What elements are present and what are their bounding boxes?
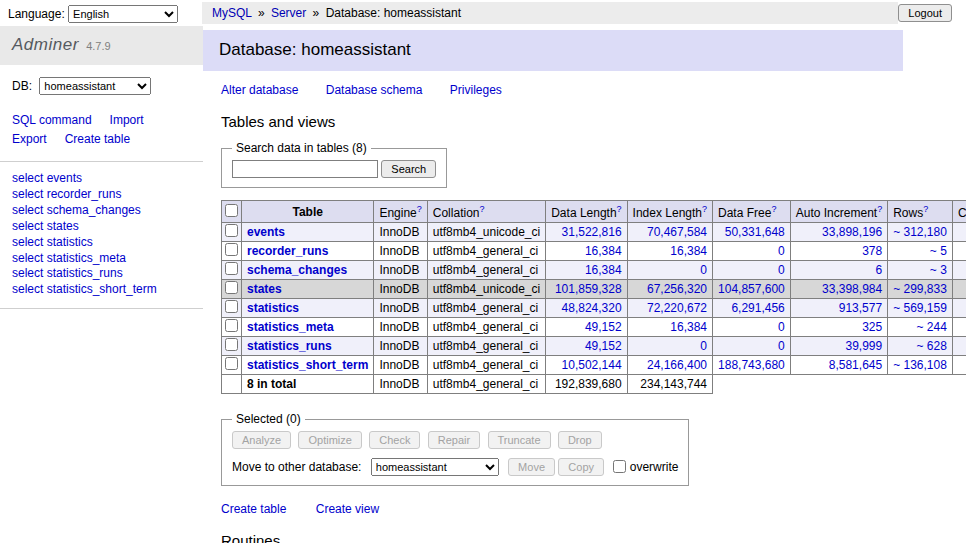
data-length-link[interactable]: 10,502,144 xyxy=(562,358,622,372)
check-button[interactable]: Check xyxy=(369,431,420,449)
sidebar-item-select-events[interactable]: select events xyxy=(12,171,191,187)
copy-button[interactable]: Copy xyxy=(558,458,604,476)
data-free-link[interactable]: 0 xyxy=(778,263,785,277)
create-view-link[interactable]: Create view xyxy=(316,502,379,516)
row-checkbox[interactable] xyxy=(225,224,238,237)
sidebar-link-create-table[interactable]: Create table xyxy=(65,132,130,146)
data-free-link[interactable]: 104,857,600 xyxy=(718,282,785,296)
alter-database-link[interactable]: Alter database xyxy=(221,83,298,97)
sidebar-item-select-statistics-runs[interactable]: select statistics_runs xyxy=(12,266,191,282)
sidebar-item-select-statistics[interactable]: select statistics xyxy=(12,235,191,251)
data-length-link[interactable]: 49,152 xyxy=(585,339,622,353)
auto-increment-link[interactable]: 8,581,645 xyxy=(829,358,882,372)
overwrite-checkbox[interactable] xyxy=(613,460,626,473)
drop-button[interactable]: Drop xyxy=(558,431,602,449)
rows-link[interactable]: ~ 628 xyxy=(917,339,947,353)
help-link[interactable]: ? xyxy=(702,204,707,214)
table-name-link[interactable]: statistics_short_term xyxy=(247,358,368,372)
repair-button[interactable]: Repair xyxy=(428,431,480,449)
rows-link[interactable]: ~ 569,159 xyxy=(893,301,947,315)
data-length-link[interactable]: 31,522,816 xyxy=(562,225,622,239)
data-free-link[interactable]: 0 xyxy=(778,339,785,353)
sidebar-item-select-schema-changes[interactable]: select schema_changes xyxy=(12,203,191,219)
data-length-link[interactable]: 16,384 xyxy=(585,263,622,277)
search-input[interactable] xyxy=(232,160,378,178)
move-button[interactable]: Move xyxy=(508,458,555,476)
search-button[interactable]: Search xyxy=(381,160,436,178)
sidebar-item-select-recorder-runs[interactable]: select recorder_runs xyxy=(12,187,191,203)
help-link[interactable]: ? xyxy=(617,204,622,214)
rows-link[interactable]: ~ 312,180 xyxy=(893,225,947,239)
index-length-link[interactable]: 16,384 xyxy=(670,244,707,258)
analyze-button[interactable]: Analyze xyxy=(232,431,291,449)
data-free-link[interactable]: 50,331,648 xyxy=(725,225,785,239)
table-name-link[interactable]: statistics xyxy=(247,301,299,315)
index-length-link[interactable]: 67,256,320 xyxy=(647,282,707,296)
sidebar-link-sql-command[interactable]: SQL command xyxy=(12,113,92,127)
sidebar-item-select-statistics-short-term[interactable]: select statistics_short_term xyxy=(12,282,191,298)
index-length-link[interactable]: 0 xyxy=(700,339,707,353)
database-schema-link[interactable]: Database schema xyxy=(326,83,423,97)
overwrite-label[interactable]: overwrite xyxy=(613,460,678,474)
truncate-button[interactable]: Truncate xyxy=(488,431,551,449)
table-name-link[interactable]: statistics_runs xyxy=(247,339,332,353)
move-database-select[interactable]: homeassistant xyxy=(371,458,499,476)
auto-increment-link[interactable]: 913,577 xyxy=(839,301,882,315)
index-length-link[interactable]: 70,467,584 xyxy=(647,225,707,239)
sidebar-link-export[interactable]: Export xyxy=(12,132,47,146)
data-free-link[interactable]: 6,291,456 xyxy=(731,301,784,315)
row-checkbox[interactable] xyxy=(225,300,238,313)
data-free-link[interactable]: 0 xyxy=(778,244,785,258)
row-checkbox[interactable] xyxy=(225,319,238,332)
rows-link[interactable]: ~ 299,833 xyxy=(893,282,947,296)
data-length-link[interactable]: 49,152 xyxy=(585,320,622,334)
index-length-link[interactable]: 24,166,400 xyxy=(647,358,707,372)
index-length-link[interactable]: 0 xyxy=(700,263,707,277)
sidebar-item-select-states[interactable]: select states xyxy=(12,219,191,235)
optimize-button[interactable]: Optimize xyxy=(298,431,361,449)
auto-increment-link[interactable]: 325 xyxy=(862,320,882,334)
auto-increment-link[interactable]: 39,999 xyxy=(845,339,882,353)
data-free-link[interactable]: 188,743,680 xyxy=(718,358,785,372)
row-checkbox[interactable] xyxy=(225,338,238,351)
help-link[interactable]: ? xyxy=(923,204,928,214)
rows-link[interactable]: ~ 136,108 xyxy=(893,358,947,372)
table-name-link[interactable]: statistics_meta xyxy=(247,320,334,334)
breadcrumb-server-link[interactable]: Server xyxy=(271,6,306,20)
select-all-checkbox[interactable] xyxy=(225,204,238,217)
table-name-link[interactable]: recorder_runs xyxy=(247,244,328,258)
help-link[interactable]: ? xyxy=(877,204,882,214)
rows-link[interactable]: ~ 5 xyxy=(930,244,947,258)
auto-increment-link[interactable]: 33,898,196 xyxy=(822,225,882,239)
db-select[interactable]: homeassistant xyxy=(39,77,151,95)
table-name-link[interactable]: schema_changes xyxy=(247,263,347,277)
row-checkbox[interactable] xyxy=(225,281,238,294)
rows-link[interactable]: ~ 244 xyxy=(917,320,947,334)
create-table-link[interactable]: Create table xyxy=(221,502,286,516)
sidebar-link-import[interactable]: Import xyxy=(110,113,144,127)
row-checkbox[interactable] xyxy=(225,357,238,370)
breadcrumb-mysql-link[interactable]: MySQL xyxy=(212,6,252,20)
privileges-link[interactable]: Privileges xyxy=(450,83,502,97)
auto-increment-link[interactable]: 378 xyxy=(862,244,882,258)
data-length-cell: 49,152 xyxy=(546,337,627,356)
data-length-link[interactable]: 16,384 xyxy=(585,244,622,258)
table-name-link[interactable]: states xyxy=(247,282,282,296)
data-free-link[interactable]: 0 xyxy=(778,320,785,334)
language-select[interactable]: English xyxy=(68,5,178,23)
help-link[interactable]: ? xyxy=(479,204,484,214)
index-length-link[interactable]: 16,384 xyxy=(670,320,707,334)
row-checkbox[interactable] xyxy=(225,243,238,256)
auto-increment-link[interactable]: 6 xyxy=(875,263,882,277)
sidebar-item-select-statistics-meta[interactable]: select statistics_meta xyxy=(12,251,191,267)
table-name-link[interactable]: events xyxy=(247,225,285,239)
index-length-link[interactable]: 72,220,672 xyxy=(647,301,707,315)
logout-button[interactable]: Logout xyxy=(898,4,952,22)
help-link[interactable]: ? xyxy=(417,204,422,214)
row-checkbox[interactable] xyxy=(225,262,238,275)
rows-link[interactable]: ~ 3 xyxy=(930,263,947,277)
help-link[interactable]: ? xyxy=(771,204,776,214)
data-length-link[interactable]: 48,824,320 xyxy=(562,301,622,315)
auto-increment-link[interactable]: 33,398,984 xyxy=(822,282,882,296)
data-length-link[interactable]: 101,859,328 xyxy=(555,282,622,296)
